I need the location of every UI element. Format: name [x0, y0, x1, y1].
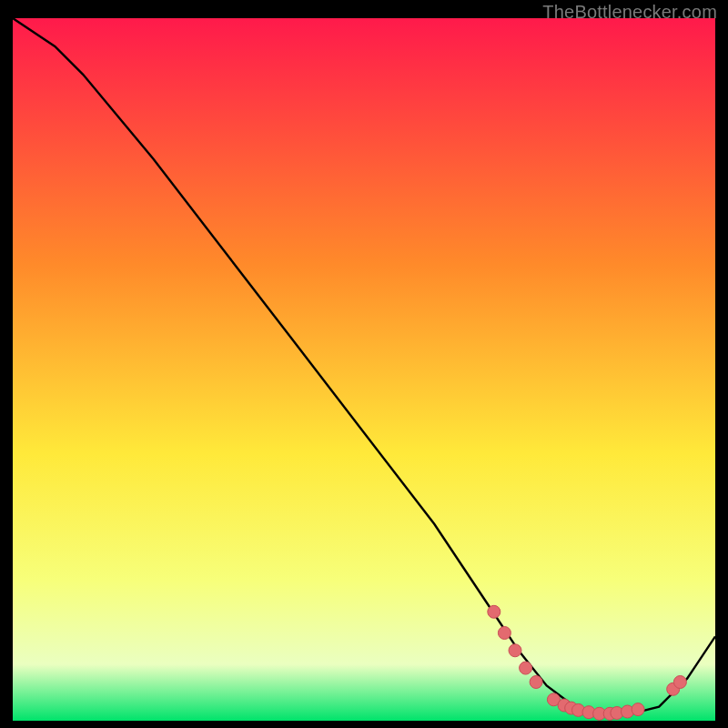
- gradient-background: [13, 18, 715, 721]
- curve-marker: [530, 676, 542, 689]
- curve-marker: [673, 676, 686, 689]
- curve-marker: [520, 662, 532, 674]
- curve-marker: [488, 605, 500, 618]
- curve-marker: [509, 644, 521, 657]
- curve-marker: [498, 627, 511, 640]
- bottleneck-chart: [13, 18, 715, 721]
- chart-frame: [13, 18, 715, 721]
- curve-marker: [632, 703, 644, 716]
